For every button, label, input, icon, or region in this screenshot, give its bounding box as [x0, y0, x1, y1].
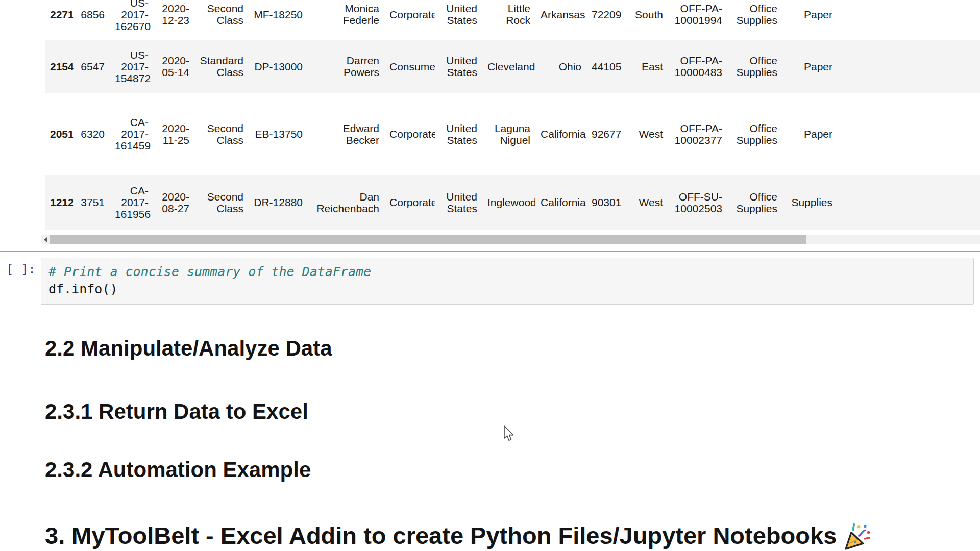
cell-product-id: OFF-SU-10002503 [668, 175, 727, 230]
cell-sub-category: Paper [782, 93, 838, 175]
heading-mytoolbelt: 3. MyToolBelt - Excel Addin to create Py… [45, 521, 871, 549]
cell-category: Office Supplies [727, 40, 782, 93]
cell-country: United States [435, 93, 482, 175]
cell-category: Office Supplies [727, 175, 782, 230]
cell-region: South [626, 0, 668, 40]
cell-sub-category: Paper [782, 0, 838, 40]
horizontal-scrollbar[interactable] [41, 235, 980, 244]
cell-product-id: OFF-PA-10001994 [668, 0, 727, 40]
cell-offscreen-spacer [838, 0, 980, 40]
cell-customer-id: MF-18250 [249, 0, 308, 40]
cell-product-id: OFF-PA-10000483 [668, 40, 727, 93]
cell-customer-name: Darren Powers [308, 40, 384, 93]
table-row: 2154 6547 US-2017-154872 2020-05-14 Stan… [45, 40, 980, 93]
cell-segment: Corporate [384, 93, 435, 175]
cell-state: California [535, 93, 586, 175]
cell-postal-code: 90301 [586, 175, 626, 230]
dataframe-table: 2271 6856 US-2017-162670 2020-12-23 Seco… [45, 0, 980, 230]
cell-order-id: US-2017-154872 [110, 40, 154, 93]
cell-state: Ohio [535, 40, 586, 93]
cell-row-id: 6547 [75, 40, 110, 93]
table-row: 2051 6320 CA-2017-161459 2020-11-25 Seco… [45, 93, 980, 175]
cell-product-id: OFF-PA-10002377 [668, 93, 727, 175]
cell-state: Arkansas [535, 0, 586, 40]
cell-divider [0, 251, 980, 252]
scrollbar-thumb[interactable] [50, 235, 806, 244]
cell-row-id: 3751 [75, 175, 110, 230]
table-row: 2271 6856 US-2017-162670 2020-12-23 Seco… [45, 0, 980, 40]
party-popper-icon [844, 523, 871, 551]
code-line: df.info() [48, 281, 973, 298]
code-cell-editor[interactable]: # Print a concise summary of the DataFra… [41, 258, 974, 305]
cell-postal-code: 72209 [586, 0, 626, 40]
cell-city: Little Rock [482, 0, 535, 40]
cell-row-id: 6856 [75, 0, 110, 40]
dataframe-output: 2271 6856 US-2017-162670 2020-12-23 Seco… [45, 0, 980, 230]
cell-city: Laguna Niguel [482, 93, 535, 175]
table-row: 1212 3751 CA-2017-161956 2020-08-27 Seco… [45, 175, 980, 230]
cell-index: 2271 [45, 0, 75, 40]
cell-sub-category: Paper [782, 40, 838, 93]
heading-manipulate-analyze-data: 2.2 Manipulate/Analyze Data [45, 338, 332, 359]
cell-index: 2154 [45, 40, 75, 93]
cell-customer-name: Edward Becker [308, 93, 384, 175]
cell-index: 1212 [45, 175, 75, 230]
cell-segment: Corporate [384, 0, 435, 40]
cell-order-date: 2020-12-23 [154, 0, 194, 40]
cell-order-date: 2020-05-14 [154, 40, 194, 93]
cell-city: Cleveland [482, 40, 535, 93]
cell-region: West [626, 93, 668, 175]
cell-country: United States [435, 40, 482, 93]
cell-offscreen-spacer [838, 40, 980, 93]
cell-customer-name: Monica Federle [308, 0, 384, 40]
cell-order-date: 2020-11-25 [154, 93, 194, 175]
cell-region: East [626, 40, 668, 93]
heading-automation-example: 2.3.2 Automation Example [45, 459, 311, 481]
cell-country: United States [435, 175, 482, 230]
cell-order-date: 2020-08-27 [154, 175, 194, 230]
cell-offscreen-spacer [838, 175, 980, 230]
code-comment-line: # Print a concise summary of the DataFra… [48, 263, 973, 281]
cell-city: Inglewood [482, 175, 535, 230]
cell-ship-mode: Second Class [194, 93, 249, 175]
scrollbar-left-arrow-button[interactable] [41, 235, 50, 244]
heading-mytoolbelt-text: 3. MyToolBelt - Excel Addin to create Py… [45, 523, 837, 547]
cell-order-id: CA-2017-161956 [110, 175, 154, 230]
cell-ship-mode: Second Class [194, 0, 249, 40]
cell-category: Office Supplies [727, 0, 782, 40]
cell-ship-mode: Standard Class [194, 40, 249, 93]
cell-postal-code: 92677 [586, 93, 626, 175]
heading-return-data-to-excel: 2.3.1 Return Data to Excel [45, 401, 308, 422]
cell-state: California [535, 175, 586, 230]
left-arrow-icon [44, 237, 47, 242]
cell-postal-code: 44105 [586, 40, 626, 93]
cell-country: United States [435, 0, 482, 40]
cell-input-prompt: [ ]: [6, 262, 36, 277]
cell-order-id: US-2017-162670 [110, 0, 154, 40]
cell-sub-category: Supplies [782, 175, 838, 230]
cell-order-id: CA-2017-161459 [110, 93, 154, 175]
cell-ship-mode: Second Class [194, 175, 249, 230]
cell-customer-id: EB-13750 [249, 93, 308, 175]
cell-customer-id: DR-12880 [249, 175, 308, 230]
cell-row-id: 6320 [75, 93, 110, 175]
cell-index: 2051 [45, 93, 75, 175]
cell-segment: Consumer [384, 40, 435, 93]
cell-region: West [626, 175, 668, 230]
cell-offscreen-spacer [838, 93, 980, 175]
mouse-cursor-icon [503, 425, 516, 443]
cell-segment: Corporate [384, 175, 435, 230]
cell-customer-name: Dan Reichenbach [308, 175, 384, 230]
cell-category: Office Supplies [727, 93, 782, 175]
cell-customer-id: DP-13000 [249, 40, 308, 93]
